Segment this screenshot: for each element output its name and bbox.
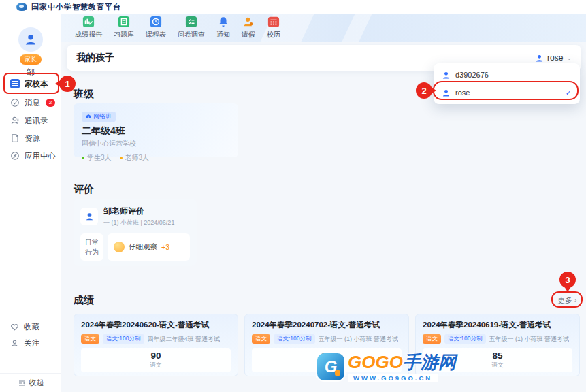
person-icon: [535, 54, 544, 63]
orange-dot-icon: [120, 157, 123, 159]
more-label: 更多: [557, 295, 572, 306]
person-icon: [24, 33, 37, 46]
dropdown-option-rose[interactable]: rose ✓: [434, 84, 580, 101]
app-header: 国家中小学智慧教育平台: [0, 0, 586, 14]
sidebar-item-homeschool[interactable]: 家校本: [0, 74, 61, 94]
tool-notification[interactable]: 通知: [216, 16, 230, 39]
evaluation-section-title: 评价: [74, 183, 94, 196]
evaluation-tag: 仔细观察: [129, 242, 157, 252]
sidebar-item-favorites[interactable]: 收藏: [0, 318, 61, 335]
sidebar-item-resources[interactable]: 资源: [0, 129, 61, 147]
class-name: 二年级4班: [82, 125, 230, 137]
sidebar-item-label: 通讯录: [25, 116, 48, 126]
subject-badge: 语文: [423, 334, 441, 344]
score-box: 99 语文: [252, 348, 402, 372]
score-value: 85: [423, 350, 572, 361]
sidebar-item-messages[interactable]: 消息 2: [0, 94, 61, 112]
teacher-count: 老师3人: [120, 153, 150, 163]
contacts-icon: [10, 116, 20, 125]
scale-badge: 语文:100分制: [444, 334, 486, 344]
leave-icon: [242, 16, 255, 28]
tool-school-calendar[interactable]: 校历: [267, 16, 280, 39]
scores-section-title: 成绩: [74, 294, 94, 307]
score-card[interactable]: 2024年春季20240702-语文-普通考试 语文 语文:100分制 五年级一…: [244, 314, 409, 376]
green-dot-icon: [82, 157, 84, 159]
annotation-tail: [564, 287, 571, 292]
online-class-badge-label: 网络班: [93, 112, 112, 121]
score-card[interactable]: 2024年春季20240620-语文-普通考试 语文 语文:100分制 四年级二…: [74, 314, 238, 376]
platform-logo-icon: [16, 3, 27, 11]
more-link[interactable]: 更多 ›: [557, 295, 576, 306]
score-subject-label: 语文: [423, 361, 572, 370]
teacher-avatar: [80, 208, 98, 225]
evaluation-meta: 一 (1) 小荷班 | 2024/06/21: [103, 218, 174, 227]
sidebar: 家长 邹 家校本 消息 2 通讯录: [0, 14, 61, 392]
score-card[interactable]: 2024年春季20240619-语文-普通考试 语文 语文:100分制 五年级一…: [415, 314, 580, 376]
unread-badge: 2: [46, 99, 55, 107]
selected-child-name: rose: [547, 53, 563, 63]
tool-label: 通知: [216, 30, 230, 39]
tool-label: 请假: [242, 30, 255, 39]
sidebar-item-contacts[interactable]: 通讯录: [0, 112, 61, 129]
evaluation-tag-box: 仔细观察 +3: [108, 233, 190, 261]
notebook-icon: [10, 79, 20, 88]
score-subject-label: 语文: [252, 361, 402, 370]
evaluation-title: 邹老师评价: [103, 206, 174, 217]
tool-score-report[interactable]: 成绩报告: [75, 16, 102, 39]
platform-title: 国家中小学智慧教育平台: [31, 2, 121, 12]
quick-toolbar: 成绩报告 习题库 课程表 问卷调查: [75, 16, 280, 39]
tool-leave[interactable]: 请假: [242, 16, 255, 39]
document-icon: [10, 133, 20, 143]
class-stats: 学生3人 老师3人: [82, 153, 230, 163]
collapse-label: 收起: [29, 378, 44, 388]
dropdown-option-d3902676[interactable]: d3902676: [434, 66, 580, 84]
tool-timetable[interactable]: 课程表: [146, 16, 166, 39]
score-subject-label: 语文: [81, 361, 231, 370]
child-selector[interactable]: rose ⌄: [535, 53, 572, 63]
chevron-down-icon: ⌄: [566, 54, 572, 61]
sidebar-item-label: 关注: [24, 338, 39, 348]
scale-badge: 语文:100分制: [274, 334, 315, 344]
sidebar-item-app-center[interactable]: 应用中心: [0, 147, 61, 165]
scale-badge: 语文:100分制: [103, 334, 144, 344]
sidebar-item-label: 应用中心: [25, 151, 56, 161]
tool-label: 习题库: [114, 30, 134, 39]
tool-label: 校历: [267, 30, 280, 39]
exam-meta: 五年级一 (1) 小荷班 普通考试: [319, 335, 399, 344]
sidebar-item-label: 消息: [25, 98, 40, 108]
sidebar-collapse-button[interactable]: 收起: [0, 373, 61, 392]
sidebar-item-label: 收藏: [24, 322, 39, 332]
evaluation-card[interactable]: 邹老师评价 一 (1) 小荷班 | 2024/06/21 日常 行为 仔细观察 …: [74, 199, 197, 266]
evaluation-header: 邹老师评价 一 (1) 小荷班 | 2024/06/21: [80, 206, 190, 227]
survey-icon: [185, 16, 197, 28]
tool-label: 课程表: [146, 30, 166, 39]
tool-label: 成绩报告: [75, 30, 102, 39]
top-banner: 成绩报告 习题库 课程表 问卷调查: [61, 14, 586, 42]
student-avatar: [114, 242, 125, 252]
exam-title: 2024年春季20240619-语文-普通考试: [423, 320, 572, 330]
tool-survey[interactable]: 问卷调查: [178, 16, 205, 39]
check-icon: ✓: [566, 88, 572, 97]
annotation-step-3: 3: [559, 272, 576, 288]
sidebar-footer: 收藏 关注: [0, 318, 61, 351]
person-icon: [442, 88, 451, 97]
avatar[interactable]: [18, 27, 43, 52]
banner-decoration: [336, 14, 376, 42]
sidebar-item-follow[interactable]: 关注: [0, 335, 61, 351]
dropdown-option-label: d3902676: [455, 71, 572, 79]
class-card[interactable]: 网络班 二年级4班 网信中心运营学校 学生3人 老师3人: [74, 103, 238, 157]
calendar-icon: [267, 16, 280, 28]
dropdown-option-label: rose: [455, 88, 561, 97]
chevron-right-icon: ›: [574, 297, 576, 304]
exam-meta: 四年级二年级4班 普通考试: [148, 335, 221, 344]
exam-badges: 语文 语文:100分制 五年级一 (1) 小荷班 普通考试: [252, 334, 402, 344]
subject-badge: 语文: [252, 334, 270, 344]
school-icon: [86, 114, 91, 119]
evaluation-body: 日常 行为 仔细观察 +3: [80, 233, 190, 261]
sidebar-item-label: 家校本: [25, 79, 48, 89]
user-profile: 家长 邹: [0, 27, 61, 78]
person-icon: [442, 71, 451, 80]
notification-icon: [217, 16, 229, 28]
tool-exercise-bank[interactable]: 习题库: [114, 16, 134, 39]
person-outline-icon: [10, 339, 19, 348]
